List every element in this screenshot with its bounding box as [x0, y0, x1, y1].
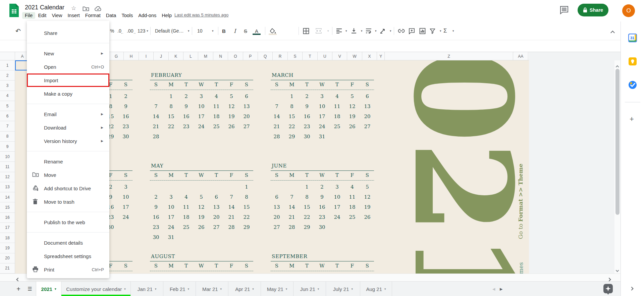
column-header-O[interactable]: O	[228, 52, 243, 60]
share-button[interactable]: Share	[578, 4, 608, 16]
sheet-tab-menu-arrow[interactable]: ▾	[318, 287, 319, 291]
sheet-tab-mar-21[interactable]: Mar 21▾	[196, 282, 228, 296]
strikethrough-button[interactable]: S	[244, 21, 247, 40]
column-header-X[interactable]: X	[362, 52, 377, 60]
bold-button[interactable]: B	[222, 21, 226, 40]
menubar-item-edit[interactable]: Edit	[35, 12, 49, 19]
font-size-arrow[interactable]: ▾	[212, 21, 214, 40]
column-header-V[interactable]: V	[332, 52, 347, 60]
explore-button[interactable]	[603, 284, 613, 295]
menu-item-new[interactable]: New▶	[27, 47, 109, 60]
vertical-scroll-thumb[interactable]	[615, 69, 620, 215]
text-rotation-button[interactable]	[380, 21, 386, 40]
text-wrap-arrow[interactable]: ▾	[375, 21, 377, 40]
borders-button[interactable]	[303, 21, 309, 40]
star-icon[interactable]: ☆	[71, 5, 76, 12]
google-tasks-icon[interactable]	[628, 81, 637, 89]
column-header-Z[interactable]: Z	[385, 52, 513, 60]
move-folder-icon[interactable]	[83, 6, 89, 12]
hide-panel-button[interactable]	[630, 285, 633, 291]
row-header-15[interactable]: 15	[0, 202, 15, 212]
undo-button[interactable]: ↶	[15, 21, 21, 40]
row-headers[interactable]: 123456789101112131415161718192021	[0, 60, 15, 274]
row-header-14[interactable]: 14	[0, 192, 15, 202]
fill-color-button[interactable]	[270, 21, 276, 40]
menu-item-document-details[interactable]: Document details	[27, 236, 109, 249]
font-selector-arrow[interactable]: ▾	[188, 21, 190, 40]
menubar-item-view[interactable]: View	[49, 12, 65, 19]
filter-arrow[interactable]: ▾	[440, 21, 441, 40]
menu-item-download[interactable]: Download▶	[27, 121, 109, 134]
row-header-13[interactable]: 13	[0, 182, 15, 192]
horizontal-align-arrow[interactable]: ▾	[345, 21, 347, 40]
row-header-21[interactable]: 21	[0, 263, 15, 274]
row-header-10[interactable]: 10	[0, 152, 15, 162]
column-header-Q[interactable]: Q	[258, 52, 273, 60]
merge-cells-button[interactable]	[315, 21, 322, 40]
menu-item-import[interactable]: Import	[27, 73, 109, 87]
column-header-G[interactable]: G	[109, 52, 124, 60]
sheet-tab-customize-your-calendar[interactable]: Customize your calendar▾	[61, 282, 131, 296]
menubar-item-data[interactable]: Data	[103, 12, 119, 19]
font-selector[interactable]: Default (Ge…	[155, 21, 186, 40]
last-edit-link[interactable]: Last edit was 5 minutes ago	[174, 12, 228, 17]
column-header-J[interactable]: J	[154, 52, 168, 60]
column-header-H[interactable]: H	[124, 52, 139, 60]
column-header-R[interactable]: R	[273, 52, 287, 60]
row-header-2[interactable]: 2	[0, 70, 15, 81]
menu-item-move-to-trash[interactable]: Move to trash	[27, 195, 109, 208]
row-header-5[interactable]: 5	[0, 101, 15, 111]
text-rotation-arrow[interactable]: ▾	[390, 21, 391, 40]
menubar-item-help[interactable]: Help	[159, 12, 174, 19]
menu-item-print[interactable]: PrintCtrl+P	[27, 263, 109, 276]
sheet-tab-menu-arrow[interactable]: ▾	[384, 287, 386, 291]
increase-decimal-button[interactable]: .00→	[127, 21, 136, 40]
sheets-logo-icon[interactable]	[9, 3, 19, 18]
row-header-19[interactable]: 19	[0, 243, 15, 253]
scroll-down-arrow[interactable]	[616, 267, 619, 273]
sheet-tab-menu-arrow[interactable]: ▾	[286, 287, 287, 291]
menubar-item-format[interactable]: Format	[83, 12, 103, 19]
menubar-item-file[interactable]: File	[22, 12, 35, 19]
menu-item-email[interactable]: Email▶	[27, 107, 109, 121]
column-header-Y[interactable]: Y	[377, 52, 385, 60]
text-wrap-button[interactable]	[366, 21, 372, 40]
add-sheet-button[interactable]: +	[13, 284, 23, 294]
column-header-T[interactable]: T	[303, 52, 317, 60]
decrease-decimal-button[interactable]: .0←	[117, 21, 124, 40]
font-size-selector[interactable]: 10	[197, 21, 203, 40]
column-header-K[interactable]: K	[169, 52, 183, 60]
row-header-12[interactable]: 12	[0, 172, 15, 182]
sheet-tab-menu-arrow[interactable]: ▾	[352, 287, 353, 291]
column-header-P[interactable]: P	[243, 52, 258, 60]
cloud-saved-icon[interactable]	[95, 6, 102, 11]
sheet-tab-menu-arrow[interactable]: ▾	[55, 287, 56, 291]
column-header-U[interactable]: U	[318, 52, 332, 60]
sheet-tab-menu-arrow[interactable]: ▾	[220, 287, 222, 291]
sheet-tab-menu-arrow[interactable]: ▾	[188, 287, 190, 291]
sheet-tab-july-21[interactable]: July 21▾	[326, 282, 360, 296]
tab-scroll-right[interactable]: ▶	[500, 287, 502, 291]
google-keep-icon[interactable]	[628, 57, 637, 66]
row-header-3[interactable]: 3	[0, 81, 15, 91]
text-color-button[interactable]: A	[255, 21, 258, 40]
document-title[interactable]: 2021 Calendar	[25, 4, 64, 11]
row-header-4[interactable]: 4	[0, 91, 15, 101]
more-formats-button[interactable]: 123▾	[138, 21, 148, 40]
italic-button[interactable]: I	[234, 21, 236, 40]
menu-item-move[interactable]: Move	[27, 168, 109, 182]
row-header-20[interactable]: 20	[0, 253, 15, 263]
menubar-item-tools[interactable]: Tools	[119, 12, 136, 19]
vertical-align-button[interactable]	[351, 21, 357, 40]
row-header-9[interactable]: 9	[0, 142, 15, 152]
get-add-ons-button[interactable]: +	[630, 115, 634, 124]
functions-button[interactable]: Σ	[443, 21, 447, 40]
column-header-AA[interactable]: AA	[513, 52, 528, 60]
functions-arrow[interactable]: ▾	[452, 21, 454, 40]
google-calendar-icon[interactable]: 31	[628, 34, 637, 42]
sheet-tab-menu-arrow[interactable]: ▾	[124, 287, 126, 291]
menubar-item-add-ons[interactable]: Add-ons	[136, 12, 159, 19]
menu-item-rename[interactable]: Rename	[27, 155, 109, 168]
comment-history-icon[interactable]	[559, 5, 569, 14]
sheet-tab-2021[interactable]: 2021▾	[36, 282, 61, 296]
